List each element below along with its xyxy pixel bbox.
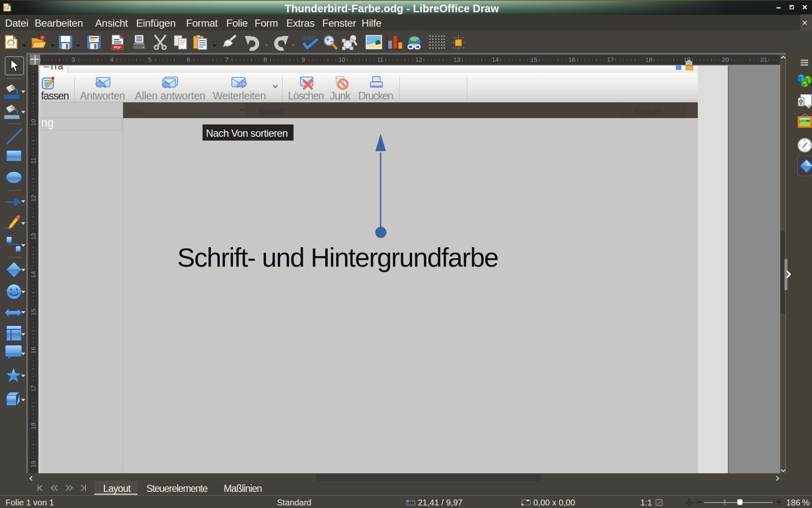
svg-text:PDF: PDF	[114, 45, 122, 50]
